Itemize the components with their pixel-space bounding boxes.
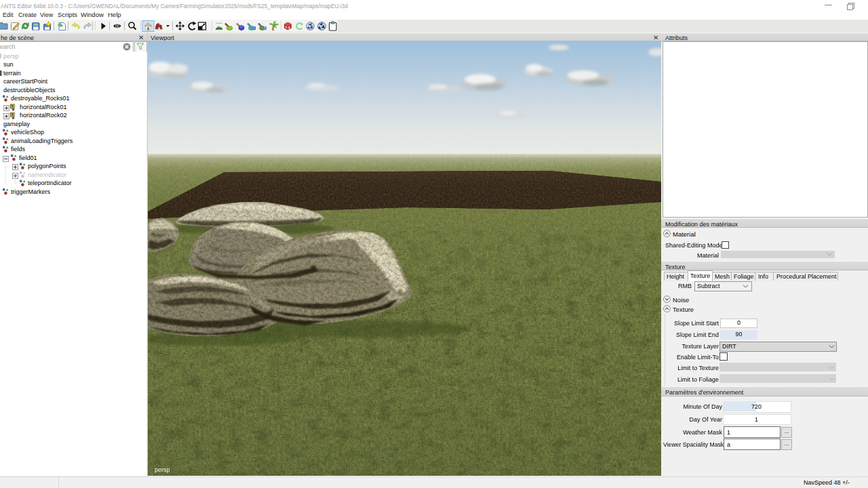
svg-text:i: i [254, 26, 254, 30]
svg-text:persp: persp [155, 466, 170, 473]
svg-text:A: A [285, 26, 288, 29]
svg-text:B: B [288, 26, 290, 30]
